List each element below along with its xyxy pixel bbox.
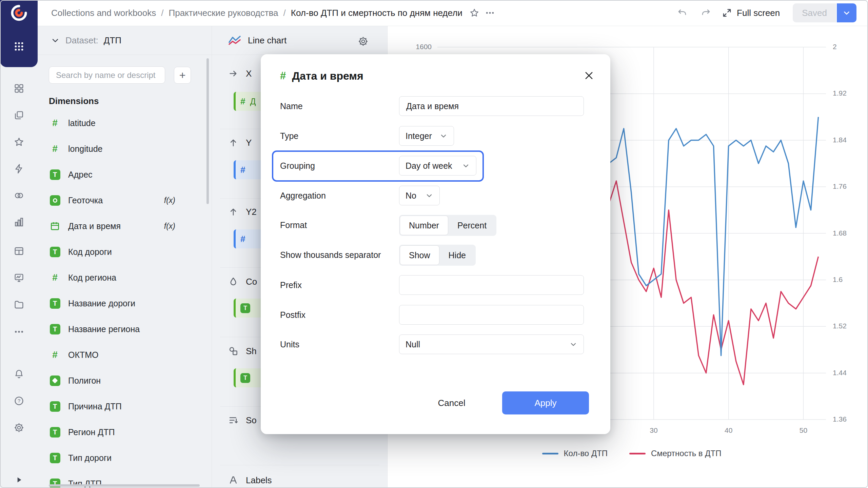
field-row-address[interactable]: T Адрес xyxy=(43,165,206,184)
favorite-star-icon[interactable] xyxy=(467,5,482,21)
relations-icon[interactable] xyxy=(12,189,26,202)
units-label: Units xyxy=(280,340,299,349)
field-row-latitude[interactable]: # latitude xyxy=(43,114,206,133)
files-icon[interactable] xyxy=(12,298,26,311)
text-field-icon: T xyxy=(49,452,61,464)
chevron-down-icon xyxy=(569,340,577,348)
field-row-accident-region[interactable]: T Регион ДТП xyxy=(43,423,206,442)
field-row-region-name[interactable]: T Название региона xyxy=(43,320,206,339)
full-screen-button[interactable]: Full screen xyxy=(722,8,780,18)
type-select[interactable]: Integer xyxy=(399,126,454,146)
field-row-accident-cause[interactable]: T Причина ДТП xyxy=(43,397,206,416)
save-dropdown-button[interactable] xyxy=(837,3,856,22)
charts-icon[interactable] xyxy=(12,216,26,229)
field-row-road-type[interactable]: T Тип дороги xyxy=(43,448,206,467)
format-option-number[interactable]: Number xyxy=(400,216,448,235)
grouping-select[interactable]: Day of week xyxy=(399,156,476,176)
add-field-button[interactable]: + xyxy=(174,67,191,84)
postfix-input[interactable] xyxy=(399,305,584,325)
number-field-icon: # xyxy=(49,349,61,361)
thousands-separator-label: Show thousands separator xyxy=(280,250,381,260)
labels-icon xyxy=(228,475,238,485)
text-field-icon: T xyxy=(49,426,61,438)
field-row-region-code[interactable]: # Код региона xyxy=(43,268,206,287)
dataset-header[interactable]: Dataset: ДТП xyxy=(38,26,212,55)
field-row-road-name[interactable]: T Название дороги xyxy=(43,294,206,313)
field-row-road-code[interactable]: T Код дороги xyxy=(43,242,206,261)
chart-type-label: Line chart xyxy=(248,35,287,46)
type-label: Type xyxy=(280,131,298,141)
prefix-input[interactable] xyxy=(399,275,584,295)
search-input[interactable] xyxy=(49,66,165,84)
apps-grid-icon[interactable] xyxy=(12,40,26,53)
sidebar-horizontal-scrollbar[interactable] xyxy=(49,484,200,487)
field-row-geopoint[interactable]: Геоточка f(x) xyxy=(43,191,206,210)
field-row-longitude[interactable]: # longitude xyxy=(43,139,206,158)
sidebar-scrollbar[interactable] xyxy=(206,58,209,204)
arrow-right-icon xyxy=(228,68,238,79)
more-icon[interactable] xyxy=(12,325,26,339)
chevron-down-icon xyxy=(842,8,851,17)
chevron-down-icon xyxy=(51,36,60,45)
x-axis-tick-label: 50 xyxy=(793,426,813,434)
saved-button[interactable]: Saved xyxy=(793,3,836,22)
dialog-title-text: Дата и время xyxy=(292,70,363,82)
field-row-oktmo[interactable]: # ОКТМО xyxy=(43,345,206,364)
thousands-option-hide[interactable]: Hide xyxy=(439,245,475,265)
breadcrumb-workbook[interactable]: Практические руководства xyxy=(169,8,278,18)
name-input[interactable] xyxy=(399,96,584,116)
settings-icon[interactable] xyxy=(12,421,26,434)
dashboards-icon[interactable] xyxy=(12,271,26,285)
notifications-icon[interactable] xyxy=(12,367,26,381)
more-actions-icon[interactable] xyxy=(482,5,498,21)
format-option-percent[interactable]: Percent xyxy=(448,216,496,235)
svg-text:?: ? xyxy=(18,398,20,404)
y-right-axis-tick-label: 1.36 xyxy=(833,415,847,423)
sort-icon xyxy=(228,415,238,425)
chevron-down-icon xyxy=(462,162,470,170)
aggregation-select[interactable]: No xyxy=(399,186,440,205)
save-split-button: Saved xyxy=(793,3,856,22)
postfix-label: Postfix xyxy=(280,310,305,320)
datasets-icon[interactable] xyxy=(12,244,26,258)
undo-icon[interactable] xyxy=(674,5,690,21)
formula-badge: f(x) xyxy=(164,222,175,231)
format-label: Format xyxy=(280,220,307,230)
chart-settings-gear-icon[interactable] xyxy=(355,34,371,49)
collections-icon[interactable] xyxy=(12,108,26,122)
fullscreen-icon xyxy=(722,8,732,18)
aggregation-label: Aggregation xyxy=(280,191,326,201)
field-row-datetime[interactable]: Дата и время f(x) xyxy=(43,217,206,236)
dataset-label: Dataset: xyxy=(65,35,98,46)
units-select[interactable]: Null xyxy=(399,334,584,354)
dataset-name[interactable]: ДТП xyxy=(104,35,121,46)
legend-item-accidents[interactable]: Кол-во ДТП xyxy=(542,449,608,458)
expand-icon[interactable] xyxy=(12,473,26,487)
number-field-icon: # xyxy=(49,143,61,155)
text-field-icon: T xyxy=(49,401,61,412)
section-colors: Co xyxy=(228,274,257,289)
datalens-logo[interactable] xyxy=(9,3,29,23)
quick-actions-icon[interactable] xyxy=(12,162,26,176)
thousands-segmented-control: Show Hide xyxy=(399,245,476,266)
close-button[interactable] xyxy=(580,67,597,84)
polygon-field-icon xyxy=(49,375,61,386)
legend-swatch-blue xyxy=(542,453,558,454)
help-icon[interactable]: ? xyxy=(12,394,26,408)
top-bar: Collections and workbooks / Практические… xyxy=(38,0,868,26)
field-settings-dialog: # Дата и время Name Type Integer Groupin… xyxy=(261,54,610,434)
widgets-icon[interactable] xyxy=(12,82,26,95)
thousands-option-show[interactable]: Show xyxy=(400,245,439,265)
close-icon xyxy=(583,70,595,81)
formula-badge: f(x) xyxy=(164,196,175,205)
field-row-polygon[interactable]: Полигон xyxy=(43,371,206,390)
cancel-button[interactable]: Cancel xyxy=(423,391,480,414)
number-field-icon: # xyxy=(240,96,245,107)
favorites-icon[interactable] xyxy=(12,135,26,149)
y-right-axis-tick-label: 1.44 xyxy=(833,369,847,377)
legend-item-mortality[interactable]: Смертность в ДТП xyxy=(629,449,721,458)
breadcrumb-collections[interactable]: Collections and workbooks xyxy=(51,8,156,18)
redo-icon[interactable] xyxy=(698,5,714,21)
apply-button[interactable]: Apply xyxy=(502,391,589,414)
y-right-axis-tick-label: 1.92 xyxy=(833,89,847,97)
